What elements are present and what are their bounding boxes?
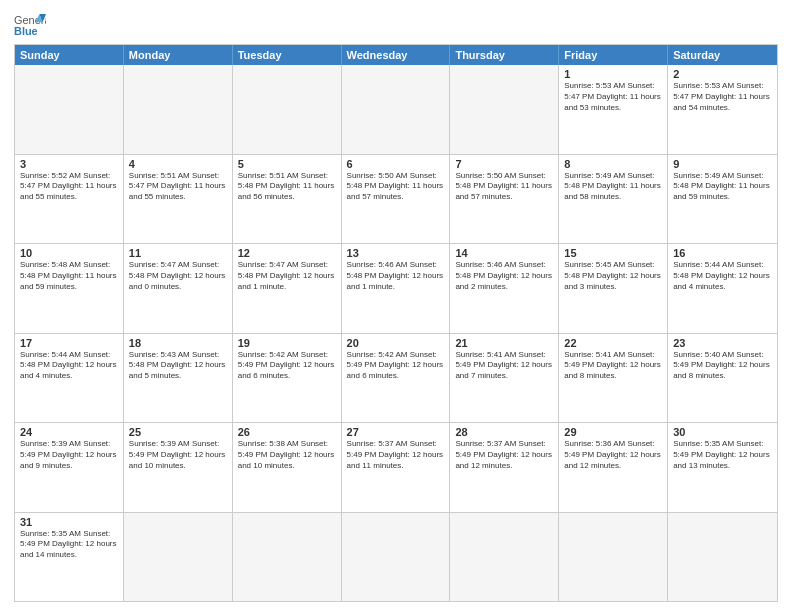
cell-info: Sunrise: 5:51 AM Sunset: 5:48 PM Dayligh… <box>238 171 336 203</box>
cell-info: Sunrise: 5:42 AM Sunset: 5:49 PM Dayligh… <box>238 350 336 382</box>
day-number: 18 <box>129 337 227 349</box>
cal-cell-empty <box>668 513 777 602</box>
cal-cell-empty <box>233 513 342 602</box>
day-number: 14 <box>455 247 553 259</box>
day-number: 25 <box>129 426 227 438</box>
cell-info: Sunrise: 5:42 AM Sunset: 5:49 PM Dayligh… <box>347 350 445 382</box>
day-number: 20 <box>347 337 445 349</box>
cell-info: Sunrise: 5:40 AM Sunset: 5:49 PM Dayligh… <box>673 350 772 382</box>
cal-cell-empty <box>450 65 559 154</box>
cell-info: Sunrise: 5:38 AM Sunset: 5:49 PM Dayligh… <box>238 439 336 471</box>
cal-cell-31: 31Sunrise: 5:35 AM Sunset: 5:49 PM Dayli… <box>15 513 124 602</box>
day-number: 19 <box>238 337 336 349</box>
cell-info: Sunrise: 5:44 AM Sunset: 5:48 PM Dayligh… <box>20 350 118 382</box>
calendar-row-3: 17Sunrise: 5:44 AM Sunset: 5:48 PM Dayli… <box>15 334 777 424</box>
cell-info: Sunrise: 5:37 AM Sunset: 5:49 PM Dayligh… <box>347 439 445 471</box>
cal-cell-29: 29Sunrise: 5:36 AM Sunset: 5:49 PM Dayli… <box>559 423 668 512</box>
header-day-tuesday: Tuesday <box>233 45 342 65</box>
day-number: 26 <box>238 426 336 438</box>
cell-info: Sunrise: 5:52 AM Sunset: 5:47 PM Dayligh… <box>20 171 118 203</box>
day-number: 15 <box>564 247 662 259</box>
day-number: 17 <box>20 337 118 349</box>
day-number: 2 <box>673 68 772 80</box>
cal-cell-empty <box>342 513 451 602</box>
cell-info: Sunrise: 5:35 AM Sunset: 5:49 PM Dayligh… <box>20 529 118 561</box>
day-number: 23 <box>673 337 772 349</box>
cal-cell-empty <box>342 65 451 154</box>
cell-info: Sunrise: 5:39 AM Sunset: 5:49 PM Dayligh… <box>129 439 227 471</box>
day-number: 1 <box>564 68 662 80</box>
cal-cell-30: 30Sunrise: 5:35 AM Sunset: 5:49 PM Dayli… <box>668 423 777 512</box>
cell-info: Sunrise: 5:50 AM Sunset: 5:48 PM Dayligh… <box>455 171 553 203</box>
cell-info: Sunrise: 5:47 AM Sunset: 5:48 PM Dayligh… <box>238 260 336 292</box>
cell-info: Sunrise: 5:49 AM Sunset: 5:48 PM Dayligh… <box>673 171 772 203</box>
cal-cell-19: 19Sunrise: 5:42 AM Sunset: 5:49 PM Dayli… <box>233 334 342 423</box>
day-number: 13 <box>347 247 445 259</box>
cal-cell-empty <box>124 65 233 154</box>
cell-info: Sunrise: 5:36 AM Sunset: 5:49 PM Dayligh… <box>564 439 662 471</box>
header-day-sunday: Sunday <box>15 45 124 65</box>
cell-info: Sunrise: 5:53 AM Sunset: 5:47 PM Dayligh… <box>564 81 662 113</box>
cal-cell-18: 18Sunrise: 5:43 AM Sunset: 5:48 PM Dayli… <box>124 334 233 423</box>
cell-info: Sunrise: 5:50 AM Sunset: 5:48 PM Dayligh… <box>347 171 445 203</box>
day-number: 7 <box>455 158 553 170</box>
logo: General Blue <box>14 10 46 38</box>
calendar-body: 1Sunrise: 5:53 AM Sunset: 5:47 PM Daylig… <box>15 65 777 601</box>
cal-cell-empty <box>15 65 124 154</box>
cal-cell-6: 6Sunrise: 5:50 AM Sunset: 5:48 PM Daylig… <box>342 155 451 244</box>
cell-info: Sunrise: 5:43 AM Sunset: 5:48 PM Dayligh… <box>129 350 227 382</box>
header-day-saturday: Saturday <box>668 45 777 65</box>
header-day-thursday: Thursday <box>450 45 559 65</box>
cal-cell-16: 16Sunrise: 5:44 AM Sunset: 5:48 PM Dayli… <box>668 244 777 333</box>
cal-cell-14: 14Sunrise: 5:46 AM Sunset: 5:48 PM Dayli… <box>450 244 559 333</box>
cal-cell-empty <box>124 513 233 602</box>
logo-icon: General Blue <box>14 10 46 38</box>
day-number: 3 <box>20 158 118 170</box>
cal-cell-22: 22Sunrise: 5:41 AM Sunset: 5:49 PM Dayli… <box>559 334 668 423</box>
cell-info: Sunrise: 5:46 AM Sunset: 5:48 PM Dayligh… <box>347 260 445 292</box>
cell-info: Sunrise: 5:41 AM Sunset: 5:49 PM Dayligh… <box>564 350 662 382</box>
cal-cell-empty <box>450 513 559 602</box>
cal-cell-10: 10Sunrise: 5:48 AM Sunset: 5:48 PM Dayli… <box>15 244 124 333</box>
page: General Blue SundayMondayTuesdayWednesda… <box>0 0 792 612</box>
calendar-row-0: 1Sunrise: 5:53 AM Sunset: 5:47 PM Daylig… <box>15 65 777 155</box>
calendar-row-1: 3Sunrise: 5:52 AM Sunset: 5:47 PM Daylig… <box>15 155 777 245</box>
day-number: 6 <box>347 158 445 170</box>
cell-info: Sunrise: 5:49 AM Sunset: 5:48 PM Dayligh… <box>564 171 662 203</box>
day-number: 28 <box>455 426 553 438</box>
day-number: 16 <box>673 247 772 259</box>
svg-text:Blue: Blue <box>14 25 38 37</box>
day-number: 5 <box>238 158 336 170</box>
cal-cell-7: 7Sunrise: 5:50 AM Sunset: 5:48 PM Daylig… <box>450 155 559 244</box>
cal-cell-24: 24Sunrise: 5:39 AM Sunset: 5:49 PM Dayli… <box>15 423 124 512</box>
calendar-header: SundayMondayTuesdayWednesdayThursdayFrid… <box>15 45 777 65</box>
cell-info: Sunrise: 5:51 AM Sunset: 5:47 PM Dayligh… <box>129 171 227 203</box>
cal-cell-15: 15Sunrise: 5:45 AM Sunset: 5:48 PM Dayli… <box>559 244 668 333</box>
cell-info: Sunrise: 5:53 AM Sunset: 5:47 PM Dayligh… <box>673 81 772 113</box>
cell-info: Sunrise: 5:37 AM Sunset: 5:49 PM Dayligh… <box>455 439 553 471</box>
day-number: 27 <box>347 426 445 438</box>
day-number: 11 <box>129 247 227 259</box>
calendar-row-5: 31Sunrise: 5:35 AM Sunset: 5:49 PM Dayli… <box>15 513 777 602</box>
calendar: SundayMondayTuesdayWednesdayThursdayFrid… <box>14 44 778 602</box>
cal-cell-5: 5Sunrise: 5:51 AM Sunset: 5:48 PM Daylig… <box>233 155 342 244</box>
cal-cell-25: 25Sunrise: 5:39 AM Sunset: 5:49 PM Dayli… <box>124 423 233 512</box>
cell-info: Sunrise: 5:41 AM Sunset: 5:49 PM Dayligh… <box>455 350 553 382</box>
cal-cell-8: 8Sunrise: 5:49 AM Sunset: 5:48 PM Daylig… <box>559 155 668 244</box>
cal-cell-28: 28Sunrise: 5:37 AM Sunset: 5:49 PM Dayli… <box>450 423 559 512</box>
cal-cell-4: 4Sunrise: 5:51 AM Sunset: 5:47 PM Daylig… <box>124 155 233 244</box>
day-number: 12 <box>238 247 336 259</box>
cell-info: Sunrise: 5:45 AM Sunset: 5:48 PM Dayligh… <box>564 260 662 292</box>
calendar-row-2: 10Sunrise: 5:48 AM Sunset: 5:48 PM Dayli… <box>15 244 777 334</box>
cal-cell-23: 23Sunrise: 5:40 AM Sunset: 5:49 PM Dayli… <box>668 334 777 423</box>
header-day-wednesday: Wednesday <box>342 45 451 65</box>
day-number: 24 <box>20 426 118 438</box>
day-number: 29 <box>564 426 662 438</box>
day-number: 9 <box>673 158 772 170</box>
day-number: 30 <box>673 426 772 438</box>
day-number: 4 <box>129 158 227 170</box>
cal-cell-13: 13Sunrise: 5:46 AM Sunset: 5:48 PM Dayli… <box>342 244 451 333</box>
cal-cell-2: 2Sunrise: 5:53 AM Sunset: 5:47 PM Daylig… <box>668 65 777 154</box>
day-number: 10 <box>20 247 118 259</box>
cal-cell-12: 12Sunrise: 5:47 AM Sunset: 5:48 PM Dayli… <box>233 244 342 333</box>
